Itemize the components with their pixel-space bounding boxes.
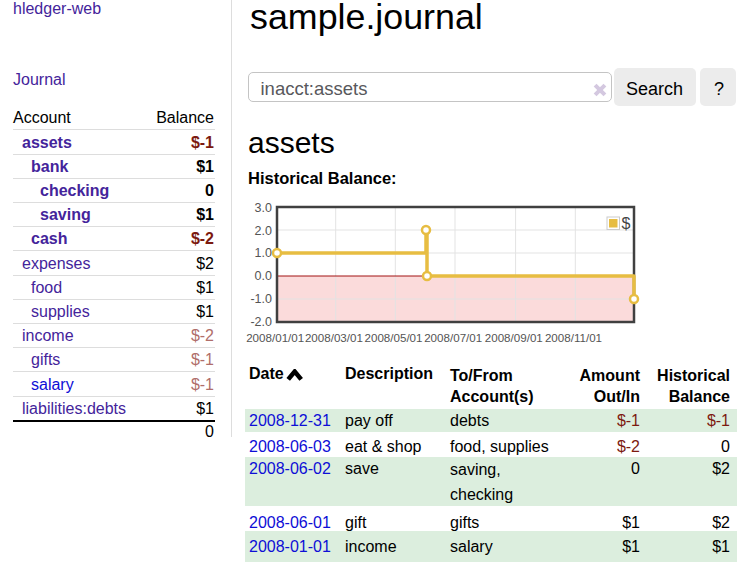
svg-text:2008/03/01: 2008/03/01 [305, 331, 363, 344]
svg-text:0.0: 0.0 [255, 269, 272, 283]
svg-text:1.0: 1.0 [255, 246, 272, 260]
svg-text:2008/05/01: 2008/05/01 [364, 331, 422, 344]
svg-text:2008/09/01: 2008/09/01 [485, 331, 543, 344]
svg-text:$: $ [622, 215, 631, 232]
svg-text:2.0: 2.0 [255, 224, 272, 238]
svg-text:2008/01/01: 2008/01/01 [246, 331, 304, 344]
svg-text:-2.0: -2.0 [250, 315, 272, 329]
svg-text:-1.0: -1.0 [250, 292, 272, 306]
svg-text:2008/07/01: 2008/07/01 [424, 331, 482, 344]
svg-text:3.0: 3.0 [255, 201, 272, 215]
svg-text:2008/11/01: 2008/11/01 [545, 331, 602, 344]
